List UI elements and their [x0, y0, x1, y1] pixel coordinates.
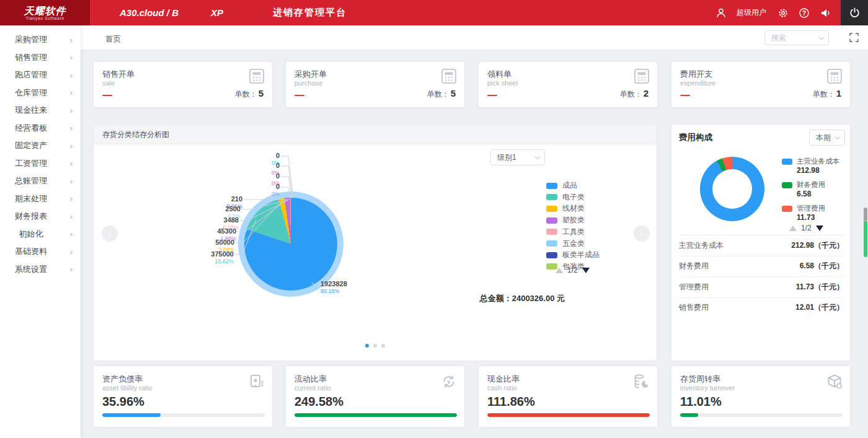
- red-dash: [680, 95, 690, 97]
- user-icon[interactable]: [715, 7, 727, 19]
- card-expenditure[interactable]: 费用开支 expenditure 单数：1: [671, 61, 851, 108]
- level-select[interactable]: 级别1: [490, 149, 545, 165]
- legend-swatch: [782, 159, 792, 165]
- sidebar-item-label: 总账管理: [0, 175, 55, 186]
- sidebar-item-11[interactable]: 财务报表›: [0, 208, 81, 226]
- pie-slice-label: 37500015.62%: [184, 251, 234, 265]
- settings-gear-icon[interactable]: [777, 7, 789, 19]
- donut-legend-item-财务费用[interactable]: 财务费用6.58: [782, 180, 825, 198]
- svg-text:¥: ¥: [447, 379, 450, 385]
- legend-label: 财务费用: [797, 180, 825, 190]
- power-logout-button[interactable]: [841, 0, 868, 25]
- card-sales-order[interactable]: 销售开单 sale 单数：5: [93, 61, 273, 108]
- period-select[interactable]: 本期: [809, 129, 845, 146]
- legend-item-板类半成品[interactable]: 板类半成品: [546, 250, 600, 260]
- legend-item-五金类[interactable]: 五金类: [546, 239, 585, 249]
- chevron-down-icon: [535, 154, 540, 159]
- legend-page-down-icon[interactable]: [816, 226, 823, 231]
- fullscreen-icon[interactable]: [849, 33, 859, 45]
- level-select-value: 级别1: [497, 152, 516, 163]
- carousel-dot-1[interactable]: [365, 344, 369, 348]
- legend-label: 电子类: [562, 192, 585, 203]
- legend-swatch: [782, 206, 792, 212]
- sidebar-item-label: 现金往来: [0, 105, 55, 116]
- total-amount: 总金额：2400326.00 元: [441, 293, 565, 304]
- breadcrumb[interactable]: 首页: [105, 34, 121, 45]
- carousel-dots: [365, 344, 389, 348]
- chevron-right-icon: ›: [70, 124, 73, 132]
- sidebar-item-10[interactable]: 期末处理›: [0, 190, 81, 208]
- progress-fill: [294, 413, 457, 417]
- legend-value: 11.73: [797, 213, 825, 222]
- card-asset-liability-ratio: 资产负债率 asset libility ratio 35.96%: [93, 366, 273, 427]
- card-pick-sheet[interactable]: 领料单 pick sheet 单数：2: [478, 61, 658, 108]
- ratio-value: 111.86%: [487, 395, 535, 409]
- sidebar-item-12[interactable]: 初始化›: [0, 226, 81, 243]
- inventory-analysis-panel: 存货分类结存分析图 级别1 00%00%00%00%2100.01%25000.…: [93, 124, 657, 361]
- logo-subtitle: Tianyao Software: [25, 16, 64, 20]
- legend-page-indicator: 1/2: [801, 224, 812, 232]
- legend-item-塑胶类[interactable]: 塑胶类: [546, 215, 585, 226]
- card-count: 单数：2: [620, 88, 649, 100]
- sidebar-item-8[interactable]: 工资管理›: [0, 155, 81, 173]
- sidebar-item-6[interactable]: 经营看板›: [0, 120, 81, 138]
- sidebar-item-4[interactable]: 仓库管理›: [0, 84, 81, 102]
- red-dash: [487, 95, 497, 97]
- carousel-prev-button[interactable]: ‹: [102, 226, 118, 242]
- sidebar-item-5[interactable]: 现金往来›: [0, 102, 81, 120]
- donut-legend-item-主营业务成本[interactable]: 主营业务成本212.98: [782, 157, 839, 175]
- card-subtitle: sale: [102, 79, 115, 87]
- expense-row: 管理费用11.73（千元）: [679, 276, 844, 297]
- ratio-subtitle: current ratio: [294, 384, 331, 392]
- search-input[interactable]: 搜索: [764, 30, 829, 45]
- sidebar-item-14[interactable]: 系统设置›: [0, 261, 81, 279]
- carousel-dot-2[interactable]: [373, 344, 377, 348]
- expense-row-label: 销售费用: [679, 302, 709, 313]
- sidebar-item-label: 基础资料: [0, 246, 55, 257]
- legend-page-up-icon[interactable]: [789, 226, 797, 231]
- progress-fill: [487, 413, 650, 417]
- sidebar-item-9[interactable]: 总账管理›: [0, 172, 81, 190]
- certificate-icon: [249, 374, 265, 392]
- ratio-title: 现金比率: [487, 374, 520, 385]
- sidebar-item-1[interactable]: 采购管理›: [0, 31, 81, 49]
- sidebar-item-2[interactable]: 销售管理›: [0, 49, 81, 67]
- sidebar-item-label: 初始化: [0, 229, 55, 240]
- carousel-dot-3[interactable]: [381, 344, 385, 348]
- sidebar-item-3[interactable]: 跑店管理›: [0, 66, 81, 84]
- donut-legend-item-管理费用[interactable]: 管理费用11.73: [782, 204, 825, 222]
- sidebar-item-7[interactable]: 固定资产›: [0, 137, 81, 155]
- legend-swatch: [546, 240, 557, 247]
- chevron-down-icon: [819, 34, 824, 39]
- sidebar-item-label: 固定资产: [0, 140, 55, 151]
- legend-item-成品[interactable]: 成品: [546, 180, 577, 191]
- ratio-title: 流动比率: [294, 374, 327, 385]
- legend-swatch: [546, 217, 557, 224]
- chevron-right-icon: ›: [70, 212, 73, 221]
- scrollbar-thumb[interactable]: [864, 208, 867, 221]
- sidebar-item-13[interactable]: 基础资料›: [0, 243, 81, 261]
- legend-item-线材类[interactable]: 线材类: [546, 203, 585, 214]
- legend-swatch: [782, 182, 792, 188]
- legend-page-up-icon[interactable]: [556, 268, 563, 273]
- chevron-right-icon: ›: [70, 195, 73, 203]
- legend-item-电子类[interactable]: 电子类: [546, 192, 585, 203]
- carousel-next-button[interactable]: ›: [634, 226, 650, 242]
- help-icon[interactable]: ?: [799, 7, 810, 19]
- current-user-label[interactable]: 超级用户: [737, 7, 766, 18]
- card-title: 费用开支: [680, 69, 712, 80]
- header-actions: 超级用户 ?: [715, 0, 868, 25]
- legend-page-down-icon[interactable]: [582, 268, 590, 273]
- ratio-value: 249.58%: [294, 395, 343, 409]
- progress-fill: [102, 413, 161, 417]
- progress-track: [102, 413, 265, 417]
- card-purchase-order[interactable]: 采购开单 purchase 单数：5: [285, 61, 465, 108]
- card-subtitle: expenditure: [680, 79, 716, 87]
- announcement-speaker-icon[interactable]: [820, 7, 831, 19]
- inventory-pie[interactable]: [244, 198, 337, 291]
- progress-track: [294, 413, 457, 417]
- scrollbar-indicator[interactable]: [864, 221, 867, 257]
- chevron-right-icon: ›: [70, 230, 73, 238]
- legend-swatch: [546, 183, 557, 189]
- legend-item-工具类[interactable]: 工具类: [546, 227, 585, 237]
